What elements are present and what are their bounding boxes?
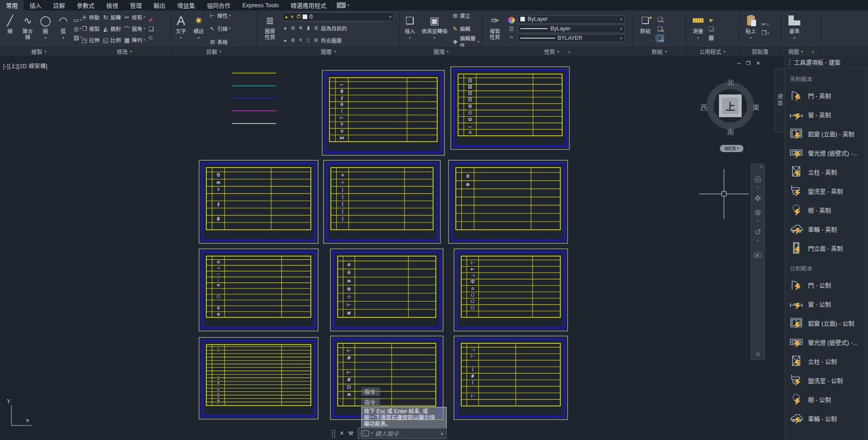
palette-item-door[interactable]: 門 - 英制 <box>785 86 868 105</box>
panel-label-view[interactable]: 視圖▾↘ <box>782 47 821 56</box>
orbit-icon[interactable]: ↺ <box>754 227 761 237</box>
compass-north[interactable]: 北 <box>727 77 734 87</box>
viewport-controls[interactable]: [-][上][2D 線架構] <box>3 62 48 69</box>
match-layer-button[interactable]: ● ≣ ☀ ▯ ≣ 符合圖層 <box>282 35 394 46</box>
modify-tool-button[interactable]: ◭鏡射 <box>101 23 122 35</box>
leader-button[interactable]: ↖引線▾ <box>209 23 231 35</box>
calculator-icon[interactable]: ▦ <box>708 34 714 41</box>
offset-icon[interactable]: ⊂ <box>149 34 154 41</box>
linetype-icon[interactable]: ┅ <box>510 34 513 40</box>
match-properties-button[interactable]: ✑ 複製 性質 <box>484 11 505 46</box>
panel-label-layers[interactable]: 圖層▾ <box>257 47 399 56</box>
viewcube-top-face[interactable]: 上 <box>719 94 742 117</box>
cad-table[interactable]: θж♯∮ϕ <box>199 160 318 243</box>
command-close-icon[interactable]: ✕ <box>339 430 344 436</box>
pan-icon[interactable]: ✥ <box>754 193 761 203</box>
panel-label-block[interactable]: 圖塊▾ <box>400 47 482 56</box>
navbar-menu-icon[interactable]: ⊖ <box>755 351 760 357</box>
modify-tool-button[interactable]: ✂修剪▾ <box>123 12 146 23</box>
lineweight-select[interactable]: ByLayer ▾ <box>518 25 625 33</box>
set-current-layer-button[interactable]: ● ≣ ❄ ▮ ≣ 設為目前的 <box>282 22 394 34</box>
group-button[interactable]: ❏✦ 群組 <box>637 11 653 46</box>
palette-item-column[interactable]: 立柱 - 英制 <box>785 162 868 181</box>
modify-tool-button[interactable]: ↻旋轉 <box>101 12 122 23</box>
palette-item-toilet[interactable]: 盥洗室 - 公制 <box>785 371 868 390</box>
polyline-button[interactable]: ∿ 聚合線 <box>20 11 36 46</box>
palette-scrollbar[interactable] <box>864 68 868 440</box>
quick-select-icon[interactable]: ➤ <box>708 17 714 24</box>
palette-item-door[interactable]: 門 - 公制 <box>785 275 868 294</box>
object-color-select[interactable]: ByLayer ▾ <box>518 15 625 24</box>
edit-attributes-button[interactable]: ❖編輯屬性▾ <box>452 36 479 48</box>
menu-tab-7[interactable]: 輸出 <box>148 0 171 10</box>
palette-item-tree[interactable]: 樹 - 公制 <box>785 390 868 409</box>
ribbon-collapse-button[interactable]: ▲ ▾ <box>337 0 349 10</box>
line-button[interactable]: ╱ 線 <box>2 11 18 46</box>
menu-tab-5[interactable]: 檢視 <box>100 0 124 10</box>
panel-label-modify[interactable]: 修改▾ <box>78 47 170 56</box>
panel-label-draw[interactable]: 繪製▾ <box>0 47 78 56</box>
command-expand-icon[interactable]: ▴ <box>441 431 443 435</box>
cad-table[interactable]: 日目日日Θ∅ϖ◡⌂ <box>451 67 569 149</box>
linear-dim-button[interactable]: ⊢線性▾ <box>209 10 231 21</box>
cad-table[interactable]: ⊣⊢⟨#⟨⊢ <box>454 336 568 420</box>
navbar-close-icon[interactable]: ✕ <box>758 164 764 170</box>
ucs-selector[interactable]: WCS▾ <box>720 145 743 152</box>
cad-table[interactable]: ⊢⇤⊣中⌂○○○ <box>454 249 568 331</box>
dimension-button[interactable]: ✷ 標註 ▾ <box>190 11 207 46</box>
panel-label-utilities[interactable]: 公用程式▾ <box>686 47 738 56</box>
color-wheel-icon[interactable] <box>508 17 515 24</box>
recognize-convert-button[interactable]: ▣ 偵測並轉換 ▾ <box>419 11 449 46</box>
modify-tool-button[interactable]: ◳拉伸 <box>80 35 100 46</box>
modify-tool-button[interactable]: ✛移動 <box>80 12 100 23</box>
menu-tab-9[interactable]: 協同合作 <box>201 0 236 10</box>
create-block-button[interactable]: ⊞建立 <box>452 10 479 21</box>
menu-tab-11[interactable]: 精選應用程式 <box>285 0 332 10</box>
erase-icon[interactable]: ✐ <box>149 17 154 24</box>
menu-tab-8[interactable]: 增益集 <box>171 0 201 10</box>
ungroup-icon[interactable]: ❏✕ <box>656 15 664 23</box>
select-all-icon[interactable]: ❏ <box>708 25 714 32</box>
cad-table[interactable]: +⊹¦⟨⟨⟨⟨ <box>324 160 440 243</box>
text-button[interactable]: A 文字 ▾ <box>173 11 189 46</box>
palette-item-light[interactable]: 螢光燈 (嵌壁式) -... <box>785 143 868 162</box>
paste-button[interactable]: 貼上 ▾ <box>743 11 759 46</box>
compass-west[interactable]: 西 <box>700 102 707 112</box>
layer-select[interactable]: ● ☀ 0 ▾ <box>282 12 394 21</box>
group-edit-icon[interactable]: ❏✎ <box>656 25 664 33</box>
panel-label-properties[interactable]: 性質▾↘ <box>483 47 632 56</box>
dialog-launcher-icon[interactable]: ↘ <box>811 49 814 54</box>
circle-button[interactable]: ◯ 圓 ▾ <box>37 11 54 46</box>
panel-label-annotation[interactable]: 註解▾ <box>171 47 257 56</box>
compass-south[interactable]: 南 <box>727 127 734 136</box>
menu-tab-6[interactable]: 管理 <box>124 0 148 10</box>
base-view-button[interactable]: 基準 ▾ <box>786 11 803 46</box>
command-input[interactable]: 鍵入指令 <box>375 429 439 438</box>
lineweight-icon[interactable]: ☰ <box>509 25 514 32</box>
palette-side-tab[interactable]: 建築 <box>774 68 785 133</box>
copy-icon[interactable]: ❐▾ <box>761 30 769 36</box>
drawing-canvas[interactable]: ⌐ϕ∮θ⟨⊢Yσ⋈日目日日Θ∅ϖ◡⌂θж♯∮ϕ+⊹¦⟨⟨⟨⟨θ⊕⊜⊸—⋮≡○θ⊗… <box>0 56 785 440</box>
close-icon[interactable]: ✕ <box>756 60 760 66</box>
modify-tool-button[interactable]: ◱比例 <box>101 35 122 46</box>
edit-block-button[interactable]: ✎編輯 <box>452 23 479 35</box>
palette-item-window[interactable]: 窗 - 英制 <box>785 105 868 124</box>
restore-icon[interactable]: ❐ <box>746 60 751 66</box>
menu-tab-2[interactable]: 插入 <box>24 0 47 10</box>
panel-label-groups[interactable]: 群組▾ <box>633 47 686 56</box>
linetype-select[interactable]: BYLAYER ▾ <box>518 34 625 43</box>
zoom-extents-icon[interactable]: ⊗ <box>754 208 761 218</box>
navigation-wheel-icon[interactable]: ◎ <box>754 174 762 184</box>
explode-icon[interactable]: ❏ <box>149 25 154 32</box>
menu-tab-4[interactable]: 參數式 <box>71 0 100 10</box>
group-selection-toggle[interactable]: ❏➤ <box>656 35 664 42</box>
cad-table[interactable]: ⊜⊸—⋮≡○θ⊗ <box>199 249 318 331</box>
palette-item-doorelev[interactable]: 門立面 - 英制 <box>785 238 868 257</box>
cad-table[interactable]: θ⊕ <box>449 160 568 243</box>
menu-tab-10[interactable]: Express Tools <box>236 0 285 10</box>
palette-title-bar[interactable]: 工具選項板 - 建築 <box>785 56 868 68</box>
command-line[interactable]: >_ ▾ 鍵入指令 ▴ <box>358 428 447 439</box>
palette-item-column[interactable]: 立柱 - 公制 <box>785 351 868 371</box>
modify-tool-button[interactable]: ⌒圓角▾ <box>123 23 146 35</box>
palette-item-window[interactable]: 窗 - 公制 <box>785 294 868 313</box>
